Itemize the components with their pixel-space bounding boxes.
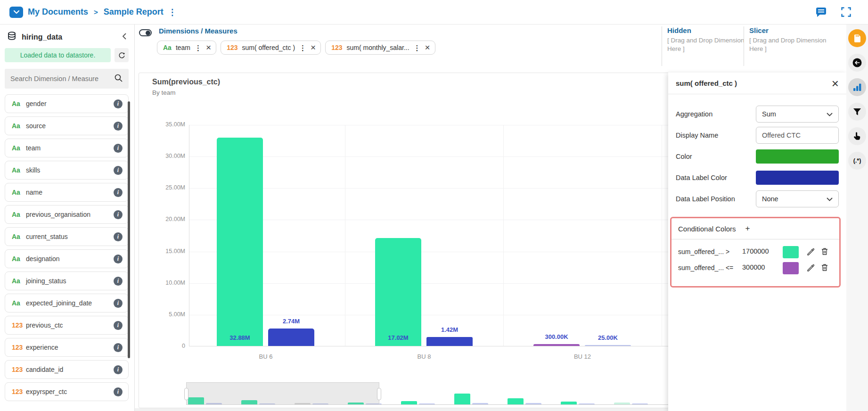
- hidden-dropzone[interactable]: Hidden [ Drag and Drop Dimension Here ]: [667, 26, 745, 53]
- text-type-icon: Aa: [12, 189, 26, 196]
- fullscreen-icon[interactable]: [841, 7, 851, 17]
- bar-BU8-s0[interactable]: [375, 238, 421, 346]
- info-icon[interactable]: i: [114, 321, 123, 330]
- pill-remove-icon[interactable]: ×: [206, 43, 211, 52]
- pill-sum-monthly-salar-[interactable]: 123sum( monthly_salar...⋮×: [325, 41, 435, 55]
- pill-team[interactable]: Aateam⋮×: [157, 41, 216, 55]
- info-icon[interactable]: i: [114, 299, 123, 308]
- info-icon[interactable]: i: [114, 166, 123, 175]
- x-axis-category: BU 6: [237, 353, 294, 360]
- data-label-color-swatch[interactable]: [756, 171, 839, 185]
- rule-color-swatch[interactable]: [783, 262, 799, 274]
- filter-tool-icon[interactable]: [848, 103, 866, 121]
- number-type-icon: 123: [227, 44, 237, 51]
- info-icon[interactable]: i: [114, 144, 123, 153]
- bar-value-label: 1.42M: [426, 326, 473, 333]
- data-label-position-select[interactable]: None: [756, 190, 839, 207]
- field-card-previous_organisation[interactable]: Aaprevious_organisationi: [5, 205, 129, 224]
- display-name-input[interactable]: [756, 127, 839, 144]
- bar-BU6-s0[interactable]: [217, 138, 263, 346]
- delete-rule-icon[interactable]: [820, 247, 829, 257]
- field-card-candidate_id[interactable]: 123candidate_idi: [5, 360, 129, 379]
- info-icon[interactable]: i: [114, 277, 123, 286]
- slicer-dropzone[interactable]: Slicer [ Drag and Drop Dimension Here ]: [749, 26, 834, 53]
- edit-rule-icon[interactable]: [806, 263, 815, 273]
- field-card-joining_status[interactable]: Aajoining_statusi: [5, 271, 129, 290]
- info-icon[interactable]: i: [114, 343, 123, 352]
- save-datastore-icon[interactable]: [848, 29, 866, 47]
- y-axis-tick: 25.00M: [143, 184, 185, 191]
- text-type-icon: Aa: [12, 166, 26, 174]
- info-icon[interactable]: i: [114, 365, 123, 374]
- search-icon[interactable]: [114, 74, 123, 84]
- delete-rule-icon[interactable]: [820, 263, 829, 273]
- field-card-source[interactable]: Aasourcei: [5, 116, 129, 135]
- field-label: gender: [26, 100, 114, 107]
- info-icon[interactable]: i: [114, 255, 123, 263]
- number-type-icon: 123: [331, 44, 342, 51]
- display-name-label: Display Name: [676, 132, 756, 139]
- field-card-current_status[interactable]: Aacurrent_statusi: [5, 227, 129, 246]
- top-bar: My Documents > Sample Report ⋮: [0, 0, 868, 25]
- info-icon[interactable]: i: [114, 210, 123, 219]
- add-conditional-color-button[interactable]: +: [745, 224, 750, 233]
- sidebar-scrollbar[interactable]: [128, 101, 130, 358]
- folder-icon[interactable]: [9, 7, 23, 18]
- pill-menu-icon[interactable]: ⋮: [414, 44, 421, 51]
- hidden-title: Hidden: [667, 26, 745, 34]
- bar-BU6-s1[interactable]: [268, 329, 314, 346]
- rule-color-swatch[interactable]: [783, 246, 799, 258]
- navigator-bar-blue: [632, 403, 648, 404]
- pointer-tool-icon[interactable]: [848, 127, 866, 145]
- bar-BU12-s0[interactable]: [533, 344, 580, 346]
- navigator-left-handle[interactable]: [184, 388, 188, 400]
- info-icon[interactable]: i: [114, 188, 123, 197]
- field-card-gender[interactable]: Aagenderi: [5, 94, 129, 113]
- pill-menu-icon[interactable]: ⋮: [299, 44, 306, 51]
- field-card-expected_joining_date[interactable]: Aaexpected_joining_datei: [5, 294, 129, 312]
- report-menu-icon[interactable]: ⋮: [168, 8, 177, 16]
- field-card-name[interactable]: Aanamei: [5, 183, 129, 202]
- chevron-down-icon: [827, 110, 833, 118]
- info-icon[interactable]: i: [114, 99, 123, 108]
- regex-tool-icon[interactable]: (.*): [848, 152, 866, 170]
- navigator-bar-teal: [508, 398, 524, 404]
- search-input[interactable]: [10, 75, 114, 82]
- collapse-sidebar-icon[interactable]: [121, 32, 128, 42]
- edit-rule-icon[interactable]: [806, 247, 815, 257]
- pill-remove-icon[interactable]: ×: [425, 43, 430, 52]
- info-icon[interactable]: i: [114, 232, 123, 241]
- y-axis-tick: 5.00M: [143, 311, 185, 318]
- pill-remove-icon[interactable]: ×: [311, 43, 316, 52]
- y-axis-tick: 20.00M: [143, 216, 185, 222]
- field-card-expyrsper_ctc[interactable]: 123expyrsper_ctci: [5, 382, 129, 401]
- pill-sum-offered-ctc-[interactable]: 123sum( offered_ctc )⋮×: [221, 41, 321, 55]
- field-card-designation[interactable]: Aadesignationi: [5, 249, 129, 268]
- refresh-datastore-button[interactable]: [115, 48, 129, 62]
- search-box: [5, 69, 129, 89]
- bar-BU12-s1[interactable]: [585, 345, 631, 346]
- field-card-team[interactable]: Aateami: [5, 139, 129, 157]
- back-icon[interactable]: [848, 54, 866, 72]
- aggregation-select[interactable]: Sum: [756, 106, 839, 123]
- breadcrumb-parent[interactable]: My Documents: [28, 7, 88, 17]
- data-label-color-label: Data Label Color: [676, 174, 756, 181]
- dimensions-toggle[interactable]: [139, 29, 152, 36]
- color-swatch[interactable]: [756, 149, 839, 164]
- info-icon[interactable]: i: [114, 387, 123, 396]
- rule-expression: sum_offered_... >: [678, 248, 729, 255]
- navigator-selection[interactable]: [186, 382, 379, 405]
- navigator-right-handle[interactable]: [377, 388, 381, 400]
- chart-tool-icon[interactable]: [848, 78, 866, 96]
- breadcrumb-current[interactable]: Sample Report: [104, 7, 164, 17]
- divider: [671, 239, 839, 239]
- text-type-icon: Aa: [12, 122, 26, 130]
- pill-menu-icon[interactable]: ⋮: [195, 44, 202, 51]
- field-card-previous_ctc[interactable]: 123previous_ctci: [5, 316, 129, 335]
- info-icon[interactable]: i: [114, 122, 123, 131]
- bar-BU8-s1[interactable]: [426, 337, 473, 346]
- field-card-skills[interactable]: Aaskillsi: [5, 161, 129, 180]
- close-icon[interactable]: ×: [832, 77, 839, 90]
- field-card-experience[interactable]: 123experiencei: [5, 338, 129, 357]
- comment-icon[interactable]: [815, 7, 827, 18]
